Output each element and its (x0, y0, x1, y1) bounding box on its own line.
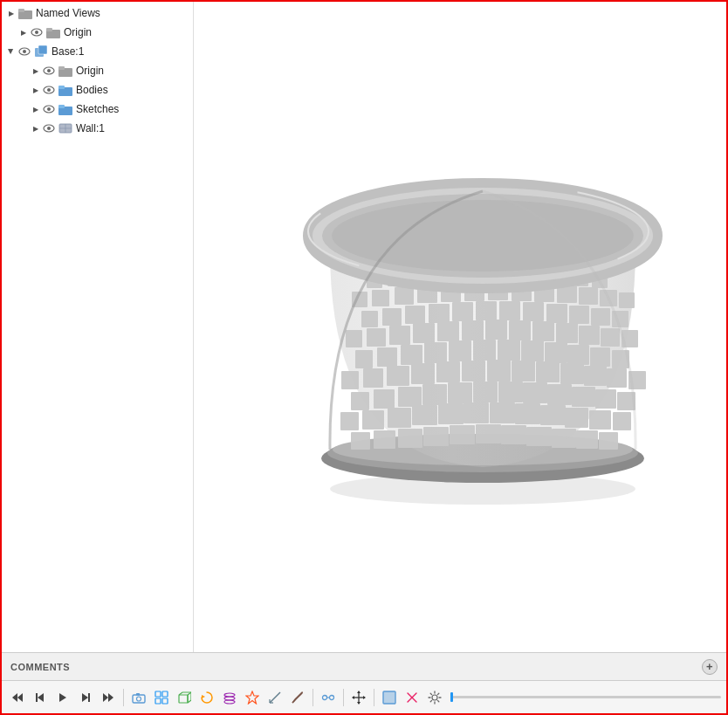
folder-icon-bodies (58, 84, 73, 96)
svg-rect-101 (545, 342, 567, 363)
svg-rect-140 (589, 410, 611, 430)
svg-rect-86 (485, 320, 507, 340)
render-button[interactable] (242, 685, 263, 710)
clip-button[interactable] (402, 685, 422, 710)
layers-button[interactable] (219, 685, 240, 710)
select-box-button[interactable] (379, 685, 400, 710)
svg-rect-103 (590, 347, 610, 367)
tree-item-wall1[interactable]: ▶ Wall:1 (2, 119, 193, 138)
wall-icon-wall1 (58, 122, 73, 134)
tree-item-origin-base[interactable]: ▶ Origin (2, 61, 193, 80)
svg-marker-166 (59, 693, 66, 702)
timeline-area (450, 696, 721, 698)
svg-rect-120 (398, 387, 422, 407)
svg-rect-94 (377, 347, 397, 367)
svg-rect-197 (383, 691, 395, 704)
eye-icon-base1[interactable] (17, 45, 31, 58)
toolbar (2, 680, 726, 713)
svg-rect-147 (476, 424, 501, 443)
svg-rect-123 (473, 382, 498, 402)
label-sketches: Sketches (76, 103, 119, 115)
component-icon-base1 (33, 45, 49, 58)
eye-icon-sketches[interactable] (42, 102, 56, 116)
svg-rect-124 (498, 382, 523, 402)
svg-rect-87 (509, 320, 531, 340)
svg-rect-21 (58, 105, 65, 108)
grid-button[interactable] (151, 685, 172, 710)
eye-icon-bodies[interactable] (42, 83, 56, 97)
pen-button[interactable] (287, 685, 308, 710)
svg-rect-132 (388, 408, 411, 428)
svg-rect-109 (436, 361, 460, 382)
tree-item-sketches[interactable]: ▶ Sketches (2, 100, 193, 119)
svg-rect-102 (567, 345, 589, 365)
comments-label: COMMENTS (10, 662, 70, 672)
svg-rect-80 (346, 330, 362, 347)
timeline-track[interactable] (450, 696, 721, 698)
timeline-cursor (450, 692, 453, 702)
svg-marker-183 (246, 691, 258, 704)
folder-icon-sketches (58, 103, 73, 115)
move-button[interactable] (348, 685, 369, 710)
svg-rect-115 (584, 366, 607, 386)
eye-icon-origin-top[interactable] (30, 25, 44, 39)
cube-button[interactable] (174, 685, 195, 710)
next-button[interactable] (75, 685, 96, 710)
svg-rect-176 (155, 698, 161, 704)
svg-rect-138 (540, 405, 566, 425)
rewind-button[interactable] (7, 685, 28, 710)
svg-rect-5 (46, 28, 52, 31)
svg-marker-179 (202, 695, 205, 698)
svg-point-15 (47, 88, 51, 92)
viewport[interactable] (194, 2, 726, 652)
refresh-button[interactable] (196, 685, 217, 710)
svg-rect-88 (532, 321, 554, 341)
play-button[interactable] (52, 685, 73, 710)
svg-rect-127 (572, 387, 595, 407)
camera-button[interactable] (128, 685, 149, 710)
label-wall1: Wall:1 (76, 122, 105, 134)
svg-rect-78 (591, 308, 610, 326)
svg-rect-116 (607, 368, 627, 388)
svg-rect-118 (351, 392, 369, 410)
toolbar-separator-3 (343, 689, 344, 706)
comments-add-button[interactable]: + (702, 659, 718, 675)
eye-icon-origin-base[interactable] (42, 64, 56, 78)
chevron-named-views: ▶ (5, 7, 17, 19)
svg-marker-194 (357, 702, 361, 705)
svg-marker-193 (357, 691, 361, 693)
comments-bar: COMMENTS + (2, 652, 726, 680)
svg-marker-169 (103, 693, 108, 702)
toolbar-separator-1 (123, 689, 124, 706)
prev-button[interactable] (30, 685, 51, 710)
svg-rect-75 (523, 302, 544, 321)
svg-rect-128 (595, 389, 616, 409)
svg-marker-163 (17, 693, 23, 702)
svg-point-188 (323, 695, 327, 699)
svg-rect-17 (58, 86, 65, 89)
tree-item-named-views[interactable]: ▶ Named Views (2, 3, 193, 23)
svg-line-184 (270, 692, 280, 703)
svg-rect-177 (162, 698, 168, 704)
measure-button[interactable] (264, 685, 285, 710)
fast-forward-button[interactable] (98, 685, 119, 710)
svg-rect-174 (155, 691, 161, 697)
svg-rect-65 (579, 287, 598, 305)
3d-model-basket (286, 144, 688, 511)
svg-rect-149 (526, 427, 552, 446)
svg-rect-93 (355, 350, 373, 368)
eye-icon-wall1[interactable] (42, 121, 56, 135)
tree-item-origin-top[interactable]: ▶ Origin (2, 23, 193, 42)
svg-marker-196 (363, 696, 366, 699)
tree-item-bodies[interactable]: ▶ Bodies (2, 80, 193, 100)
main-area: ▶ Named Views ▶ (2, 2, 726, 652)
tree-panel: ▶ Named Views ▶ (2, 2, 194, 652)
svg-marker-164 (38, 693, 44, 702)
connect-button[interactable] (318, 685, 339, 710)
svg-rect-71 (429, 304, 450, 323)
svg-point-3 (35, 31, 38, 34)
svg-rect-136 (490, 402, 515, 423)
tree-item-base1[interactable]: ▶ Base:1 (2, 42, 193, 61)
svg-point-182 (224, 700, 235, 704)
settings-button[interactable] (424, 685, 445, 710)
